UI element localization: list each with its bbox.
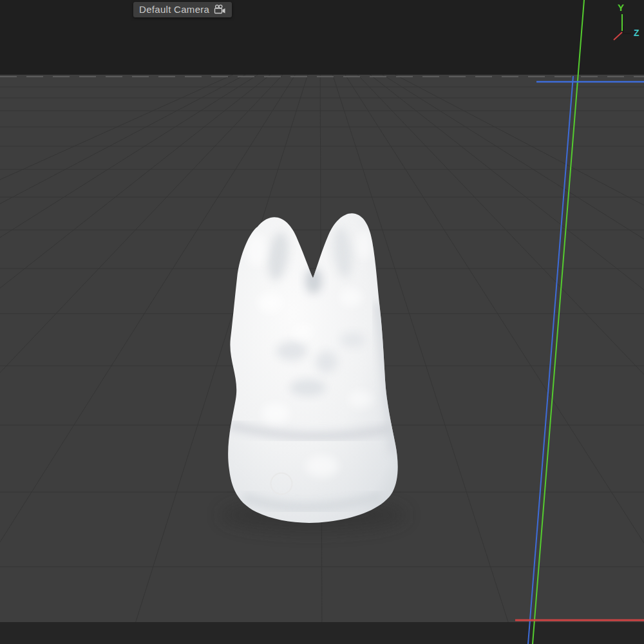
gizmo-y-label: Y: [618, 2, 624, 13]
scene-canvas[interactable]: Y Z: [0, 0, 644, 644]
camera-name-text: Default Camera: [139, 4, 209, 15]
viewport[interactable]: Y Z Default Camera: [0, 0, 644, 644]
top-bar: [0, 0, 644, 75]
camera-selector[interactable]: Default Camera: [133, 2, 232, 17]
gizmo-z-label: Z: [634, 28, 639, 38]
bottom-bar: [0, 622, 644, 644]
camera-icon: [214, 5, 226, 14]
